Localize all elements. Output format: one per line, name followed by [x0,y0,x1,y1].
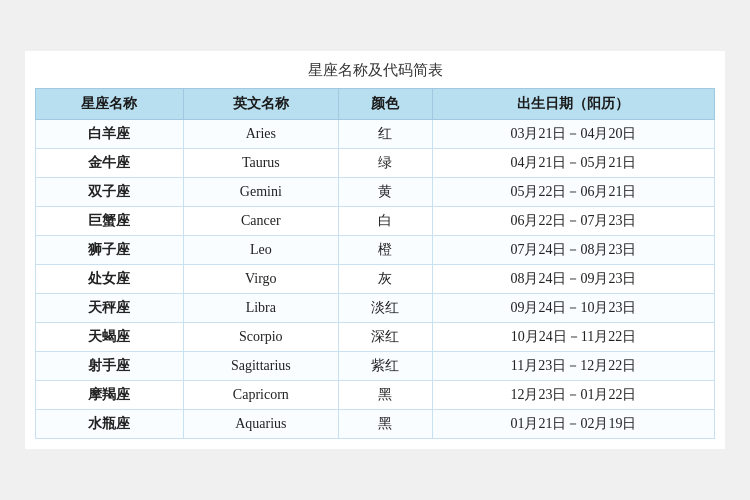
cell-cn-name: 狮子座 [36,236,184,265]
cell-date: 12月23日－01月22日 [432,381,714,410]
cell-date: 07月24日－08月23日 [432,236,714,265]
table-row: 水瓶座Aquarius黑01月21日－02月19日 [36,410,715,439]
table-row: 双子座Gemini黄05月22日－06月21日 [36,178,715,207]
cell-cn-name: 处女座 [36,265,184,294]
cell-date: 03月21日－04月20日 [432,120,714,149]
cell-cn-name: 白羊座 [36,120,184,149]
cell-color: 淡红 [338,294,432,323]
header-cn-name: 星座名称 [36,89,184,120]
cell-date: 06月22日－07月23日 [432,207,714,236]
cell-color: 紫红 [338,352,432,381]
cell-color: 黄 [338,178,432,207]
cell-en-name: Sagittarius [183,352,338,381]
cell-cn-name: 天蝎座 [36,323,184,352]
table-row: 白羊座Aries红03月21日－04月20日 [36,120,715,149]
cell-date: 05月22日－06月21日 [432,178,714,207]
table-header-row: 星座名称 英文名称 颜色 出生日期（阳历） [36,89,715,120]
cell-cn-name: 巨蟹座 [36,207,184,236]
cell-date: 11月23日－12月22日 [432,352,714,381]
cell-en-name: Taurus [183,149,338,178]
cell-date: 01月21日－02月19日 [432,410,714,439]
table-row: 天秤座Libra淡红09月24日－10月23日 [36,294,715,323]
cell-date: 09月24日－10月23日 [432,294,714,323]
zodiac-table: 星座名称 英文名称 颜色 出生日期（阳历） 白羊座Aries红03月21日－04… [35,88,715,439]
cell-color: 黑 [338,410,432,439]
table-row: 天蝎座Scorpio深红10月24日－11月22日 [36,323,715,352]
cell-en-name: Scorpio [183,323,338,352]
cell-color: 橙 [338,236,432,265]
table-body: 白羊座Aries红03月21日－04月20日金牛座Taurus绿04月21日－0… [36,120,715,439]
table-row: 摩羯座Capricorn黑12月23日－01月22日 [36,381,715,410]
cell-color: 绿 [338,149,432,178]
cell-color: 灰 [338,265,432,294]
cell-cn-name: 射手座 [36,352,184,381]
cell-en-name: Leo [183,236,338,265]
cell-cn-name: 水瓶座 [36,410,184,439]
cell-en-name: Aquarius [183,410,338,439]
cell-date: 04月21日－05月21日 [432,149,714,178]
cell-color: 黑 [338,381,432,410]
cell-color: 白 [338,207,432,236]
cell-en-name: Cancer [183,207,338,236]
cell-date: 10月24日－11月22日 [432,323,714,352]
cell-en-name: Capricorn [183,381,338,410]
table-row: 巨蟹座Cancer白06月22日－07月23日 [36,207,715,236]
cell-cn-name: 双子座 [36,178,184,207]
cell-en-name: Libra [183,294,338,323]
main-container: 星座名称及代码简表 星座名称 英文名称 颜色 出生日期（阳历） 白羊座Aries… [25,51,725,449]
table-row: 金牛座Taurus绿04月21日－05月21日 [36,149,715,178]
table-row: 射手座Sagittarius紫红11月23日－12月22日 [36,352,715,381]
cell-en-name: Gemini [183,178,338,207]
cell-cn-name: 金牛座 [36,149,184,178]
page-title: 星座名称及代码简表 [35,61,715,80]
cell-en-name: Virgo [183,265,338,294]
cell-color: 深红 [338,323,432,352]
cell-color: 红 [338,120,432,149]
cell-cn-name: 天秤座 [36,294,184,323]
header-en-name: 英文名称 [183,89,338,120]
table-row: 处女座Virgo灰08月24日－09月23日 [36,265,715,294]
cell-date: 08月24日－09月23日 [432,265,714,294]
cell-cn-name: 摩羯座 [36,381,184,410]
cell-en-name: Aries [183,120,338,149]
table-row: 狮子座Leo橙07月24日－08月23日 [36,236,715,265]
header-color: 颜色 [338,89,432,120]
header-date: 出生日期（阳历） [432,89,714,120]
